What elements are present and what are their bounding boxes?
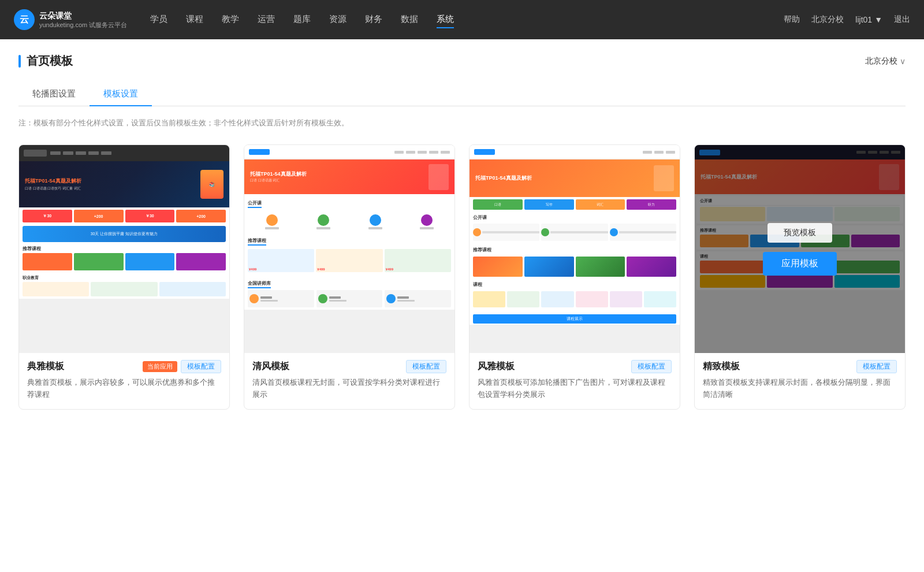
badge-config-fengya[interactable]: 模板配置 bbox=[631, 360, 672, 373]
badge-config-qingfeng[interactable]: 模板配置 bbox=[406, 360, 446, 373]
note-text: 注：模板有部分个性化样式设置，设置后仅当前模板生效；非个性化样式设置后针对所有模… bbox=[18, 118, 906, 128]
logo-icon: 云 bbox=[14, 9, 35, 30]
logout-button[interactable]: 退出 bbox=[894, 14, 910, 25]
page-title-wrap: 首页模板 bbox=[18, 53, 73, 69]
template-name-row-jingzhi: 精致模板 模板配置 bbox=[703, 360, 897, 373]
badge-config-dianiya[interactable]: 模板配置 bbox=[181, 360, 221, 373]
nav-item-system[interactable]: 系统 bbox=[437, 12, 454, 28]
template-card-fengya: 托福TP01-54真题及解析 口语 写作 词汇 听力 公开课 bbox=[469, 144, 680, 410]
user-menu[interactable]: lijt01 ▼ bbox=[855, 15, 882, 24]
apply-template-button[interactable]: 应用模板 bbox=[763, 252, 837, 276]
tab-bar: 轮播图设置 模板设置 bbox=[18, 83, 906, 106]
nav-item-operations[interactable]: 运营 bbox=[258, 12, 275, 28]
preview-template-button[interactable]: 预览模板 bbox=[767, 223, 832, 243]
badge-current-dianiya: 当前应用 bbox=[143, 361, 177, 372]
page-title-bar bbox=[18, 55, 21, 68]
nav-item-courses[interactable]: 课程 bbox=[186, 12, 203, 28]
navbar: 云 云朵课堂 yunduketing.com 试服务云平台 学员 课程 教学 运… bbox=[0, 0, 924, 39]
nav-item-teaching[interactable]: 教学 bbox=[222, 12, 239, 28]
template-badges-qingfeng: 模板配置 bbox=[406, 360, 446, 373]
chevron-down-icon: ∨ bbox=[900, 57, 906, 66]
template-badges-jingzhi: 模板配置 bbox=[856, 360, 897, 373]
template-badges-dianiya: 当前应用 模板配置 bbox=[143, 360, 221, 373]
template-info-jingzhi: 精致模板 模板配置 精致首页模板支持课程展示封面，各模板分隔明显，界面简洁清晰 bbox=[695, 353, 905, 409]
template-card-dianiya: 托福TP01-54真题及解析 口语 口语话题 口语技巧 词汇量 词汇 📚 ￥30… bbox=[18, 144, 230, 410]
template-grid: 托福TP01-54真题及解析 口语 口语话题 口语技巧 词汇量 词汇 📚 ￥30… bbox=[18, 144, 906, 410]
template-card-qingfeng: 托福TP01-54真题及解析 口语 口语话题 词汇 公开课 bbox=[244, 144, 455, 410]
template-name-row-qingfeng: 清风模板 模板配置 bbox=[252, 360, 446, 373]
nav-item-questions[interactable]: 题库 bbox=[293, 12, 311, 28]
template-name-jingzhi: 精致模板 bbox=[703, 361, 740, 373]
template-desc-qingfeng: 清风首页模板课程无封面，可设置按学科分类对课程进行展示 bbox=[252, 377, 446, 401]
nav-item-students[interactable]: 学员 bbox=[150, 12, 167, 28]
template-desc-jingzhi: 精致首页模板支持课程展示封面，各模板分隔明显，界面简洁清晰 bbox=[703, 377, 897, 401]
template-card-jingzhi: 托福TP01-54真题及解析 公开课 推荐课程 bbox=[694, 144, 906, 410]
template-preview-fengya: 托福TP01-54真题及解析 口语 写作 词汇 听力 公开课 bbox=[470, 145, 680, 353]
help-link[interactable]: 帮助 bbox=[784, 14, 800, 25]
template-info-dianiya: 典雅模板 当前应用 模板配置 典雅首页模板，展示内容较多，可以展示优惠券和多个推… bbox=[19, 353, 229, 409]
logo-text: 云朵课堂 yunduketing.com 试服务云平台 bbox=[39, 10, 127, 29]
nav-right: 帮助 北京分校 lijt01 ▼ 退出 bbox=[784, 14, 910, 25]
template-name-qingfeng: 清风模板 bbox=[252, 361, 289, 373]
nav-menu: 学员 课程 教学 运营 题库 资源 财务 数据 系统 bbox=[150, 12, 784, 28]
tab-carousel[interactable]: 轮播图设置 bbox=[18, 83, 90, 106]
nav-item-data[interactable]: 数据 bbox=[401, 12, 418, 28]
template-preview-jingzhi: 托福TP01-54真题及解析 公开课 推荐课程 bbox=[695, 145, 905, 353]
template-info-qingfeng: 清风模板 模板配置 清风首页模板课程无封面，可设置按学科分类对课程进行展示 bbox=[244, 353, 454, 409]
page-content: 首页模板 北京分校 ∨ 轮播图设置 模板设置 注：模板有部分个性化样式设置，设置… bbox=[0, 39, 924, 572]
template-name-row-fengya: 风雅模板 模板配置 bbox=[478, 360, 672, 373]
template-desc-dianiya: 典雅首页模板，展示内容较多，可以展示优惠券和多个推荐课程 bbox=[27, 377, 221, 401]
logo[interactable]: 云 云朵课堂 yunduketing.com 试服务云平台 bbox=[14, 9, 127, 30]
template-name-dianiya: 典雅模板 bbox=[27, 361, 64, 373]
template-name-row-dianiya: 典雅模板 当前应用 模板配置 bbox=[27, 360, 221, 373]
template-name-fengya: 风雅模板 bbox=[478, 361, 515, 373]
template-preview-dianiya: 托福TP01-54真题及解析 口语 口语话题 口语技巧 词汇量 词汇 📚 ￥30… bbox=[19, 145, 229, 353]
nav-item-resources[interactable]: 资源 bbox=[329, 12, 346, 28]
page-header: 首页模板 北京分校 ∨ bbox=[18, 53, 906, 69]
tab-template[interactable]: 模板设置 bbox=[90, 83, 152, 106]
template-overlay-jingzhi: 预览模板 应用模板 bbox=[695, 145, 905, 353]
badge-config-jingzhi[interactable]: 模板配置 bbox=[856, 360, 897, 373]
template-info-fengya: 风雅模板 模板配置 风雅首页模板可添加轮播图下广告图片，可对课程及课程包设置学科… bbox=[470, 353, 680, 409]
nav-item-finance[interactable]: 财务 bbox=[365, 12, 382, 28]
template-desc-fengya: 风雅首页模板可添加轮播图下广告图片，可对课程及课程包设置学科分类展示 bbox=[478, 377, 672, 401]
template-preview-qingfeng: 托福TP01-54真题及解析 口语 口语话题 词汇 公开课 bbox=[244, 145, 454, 353]
template-badges-fengya: 模板配置 bbox=[631, 360, 672, 373]
school-selector[interactable]: 北京分校 ∨ bbox=[865, 56, 906, 66]
page-title: 首页模板 bbox=[27, 53, 73, 69]
school-link[interactable]: 北京分校 bbox=[811, 14, 844, 25]
